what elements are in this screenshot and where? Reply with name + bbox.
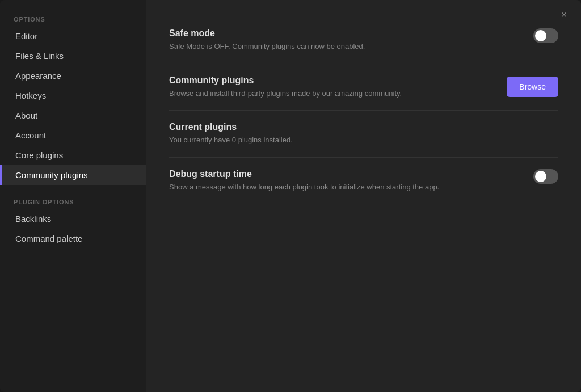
community-plugins-desc: Browse and install third-party plugins m… <box>169 88 495 99</box>
plugin-options-section-label: PLUGIN OPTIONS <box>0 194 146 209</box>
community-plugins-left: Community plugins Browse and install thi… <box>169 75 495 99</box>
current-plugins-left: Current plugins You currently have 0 plu… <box>169 122 558 146</box>
options-section-label: OPTIONS <box>0 11 146 26</box>
community-plugins-section: Community plugins Browse and install thi… <box>169 64 558 111</box>
current-plugins-title: Current plugins <box>169 122 558 132</box>
close-button[interactable]: × <box>556 7 572 23</box>
safe-mode-left: Safe mode Safe Mode is OFF. Community pl… <box>169 28 522 52</box>
safe-mode-toggle[interactable] <box>533 28 558 43</box>
debug-startup-thumb <box>535 171 546 182</box>
current-plugins-desc: You currently have 0 plugins installed. <box>169 134 498 146</box>
browse-button[interactable]: Browse <box>507 77 558 97</box>
sidebar-item-command-palette[interactable]: Command palette <box>0 229 146 248</box>
debug-startup-left: Debug startup time Show a message with h… <box>169 169 522 193</box>
community-plugins-title: Community plugins <box>169 75 495 86</box>
safe-mode-title: Safe mode <box>169 28 522 39</box>
sidebar-item-hotkeys[interactable]: Hotkeys <box>0 86 146 106</box>
sidebar-item-account[interactable]: Account <box>0 125 146 145</box>
current-plugins-header: Current plugins You currently have 0 plu… <box>169 122 558 146</box>
debug-startup-section: Debug startup time Show a message with h… <box>169 158 558 204</box>
main-content: Safe mode Safe Mode is OFF. Community pl… <box>146 0 581 392</box>
sidebar-item-community-plugins[interactable]: Community plugins <box>0 165 146 185</box>
safe-mode-header: Safe mode Safe Mode is OFF. Community pl… <box>169 28 558 52</box>
sidebar-item-appearance[interactable]: Appearance <box>0 66 146 86</box>
debug-startup-toggle[interactable] <box>533 169 558 184</box>
safe-mode-desc: Safe Mode is OFF. Community plugins can … <box>169 41 498 52</box>
sidebar-item-core-plugins[interactable]: Core plugins <box>0 145 146 165</box>
sidebar-item-files-links[interactable]: Files & Links <box>0 46 146 66</box>
sidebar-item-editor[interactable]: Editor <box>0 26 146 46</box>
debug-startup-header: Debug startup time Show a message with h… <box>169 169 558 193</box>
settings-modal: × OPTIONS Editor Files & Links Appearanc… <box>0 0 581 392</box>
safe-mode-thumb <box>535 30 546 41</box>
settings-sidebar: OPTIONS Editor Files & Links Appearance … <box>0 0 146 392</box>
sidebar-item-backlinks[interactable]: Backlinks <box>0 209 146 229</box>
community-plugins-header: Community plugins Browse and install thi… <box>169 75 558 99</box>
debug-startup-title: Debug startup time <box>169 169 522 179</box>
safe-mode-section: Safe mode Safe Mode is OFF. Community pl… <box>169 17 558 64</box>
current-plugins-section: Current plugins You currently have 0 plu… <box>169 111 558 158</box>
debug-startup-desc: Show a message with how long each plugin… <box>169 182 498 193</box>
sidebar-item-about[interactable]: About <box>0 106 146 125</box>
